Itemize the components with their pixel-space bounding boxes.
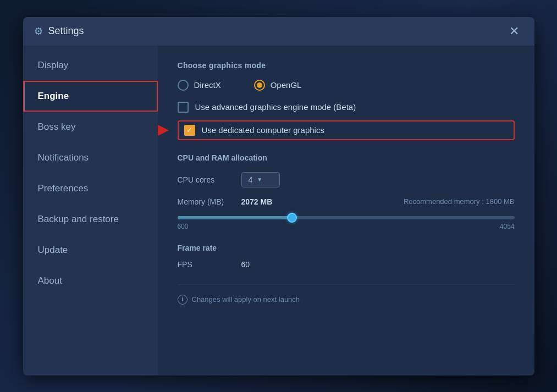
- main-content: Display Engine Boss key Notifications Pr…: [23, 46, 534, 376]
- footer-note-text: Changes will apply on next launch: [192, 295, 300, 303]
- radio-label-opengl: OpenGL: [271, 80, 302, 90]
- sidebar-item-about[interactable]: About: [23, 266, 158, 296]
- graphics-mode-title: Choose graphics mode: [178, 61, 515, 70]
- settings-modal: ⚙ Settings ✕ Display Engine Boss key Not…: [23, 17, 534, 376]
- sidebar-item-engine[interactable]: Engine: [23, 81, 158, 112]
- sidebar-item-notifications[interactable]: Notifications: [23, 142, 158, 173]
- sidebar-item-preferences[interactable]: Preferences: [23, 173, 158, 204]
- cpu-cores-row: CPU cores 4 ▼: [178, 172, 515, 187]
- advanced-graphics-label: Use advanced graphics engine mode (Beta): [195, 102, 356, 112]
- dropdown-arrow-icon: ▼: [257, 176, 262, 183]
- sidebar-item-update[interactable]: Update: [23, 235, 158, 266]
- cpu-ram-section: CPU and RAM allocation CPU cores 4 ▼ Mem…: [178, 153, 515, 230]
- dedicated-graphics-checkbox[interactable]: ✓: [184, 125, 195, 136]
- sidebar-item-bosskey[interactable]: Boss key: [23, 112, 158, 142]
- footer-note: ℹ Changes will apply on next launch: [178, 284, 515, 305]
- fps-value: 60: [241, 260, 250, 269]
- dedicated-graphics-row[interactable]: ✓ Use dedicated computer graphics: [178, 120, 515, 140]
- advanced-graphics-row[interactable]: Use advanced graphics engine mode (Beta): [178, 102, 515, 113]
- cpu-cores-value: 4: [249, 175, 253, 184]
- fps-row: FPS 60: [178, 260, 515, 269]
- slider-max-label: 4054: [500, 223, 515, 230]
- slider-thumb[interactable]: [287, 213, 297, 223]
- right-panel: Choose graphics mode DirectX OpenGL Use …: [158, 46, 534, 376]
- memory-value: 2072 MB: [241, 197, 273, 206]
- sidebar-item-display[interactable]: Display: [23, 50, 158, 81]
- memory-row: Memory (MB) 2072 MB Recommended memory :…: [178, 197, 515, 206]
- sidebar: Display Engine Boss key Notifications Pr…: [23, 46, 158, 376]
- dedicated-graphics-label: Use dedicated computer graphics: [202, 125, 324, 135]
- memory-recommend: Recommended memory : 1800 MB: [404, 197, 515, 206]
- frame-rate-title: Frame rate: [178, 244, 515, 252]
- fps-label: FPS: [178, 260, 233, 269]
- dedicated-graphics-container: ✓ Use dedicated computer graphics: [178, 120, 515, 140]
- radio-label-directx: DirectX: [194, 80, 221, 90]
- slider-labels: 600 4054: [178, 223, 515, 230]
- info-icon: ℹ: [178, 295, 187, 305]
- sidebar-item-backup[interactable]: Backup and restore: [23, 204, 158, 235]
- slider-min-label: 600: [178, 223, 189, 230]
- close-button[interactable]: ✕: [505, 23, 523, 40]
- slider-fill: [178, 216, 292, 219]
- radio-circle-opengl: [254, 80, 265, 91]
- slider-track: [178, 216, 515, 219]
- graphics-mode-radio-group: DirectX OpenGL: [178, 80, 515, 91]
- frame-rate-section: Frame rate FPS 60: [178, 244, 515, 269]
- title-bar-left: ⚙ Settings: [34, 25, 84, 37]
- gear-icon: ⚙: [34, 25, 43, 37]
- radio-directx[interactable]: DirectX: [178, 80, 221, 91]
- cpu-cores-dropdown[interactable]: 4 ▼: [241, 172, 280, 187]
- red-arrow-icon: [158, 120, 169, 140]
- radio-opengl[interactable]: OpenGL: [254, 80, 302, 91]
- settings-title: Settings: [48, 25, 84, 37]
- cpu-ram-title: CPU and RAM allocation: [178, 153, 515, 162]
- title-bar: ⚙ Settings ✕: [23, 17, 534, 46]
- memory-slider[interactable]: 600 4054: [178, 216, 515, 230]
- radio-circle-directx: [178, 80, 189, 91]
- memory-label: Memory (MB): [178, 197, 233, 206]
- advanced-graphics-checkbox[interactable]: [178, 102, 189, 113]
- cpu-cores-label: CPU cores: [178, 175, 233, 184]
